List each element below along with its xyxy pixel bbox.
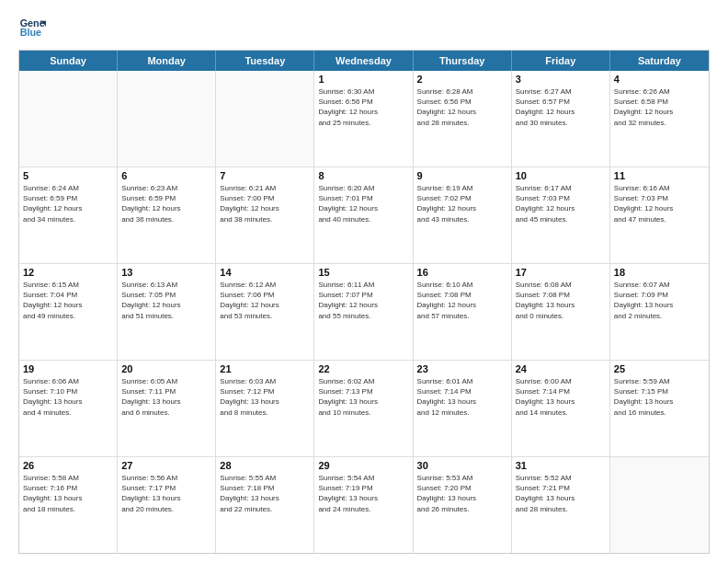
day-number: 31 xyxy=(516,460,606,471)
cell-info: Sunrise: 6:05 AM Sunset: 7:11 PM Dayligh… xyxy=(121,376,211,418)
calendar-cell: 27Sunrise: 5:56 AM Sunset: 7:17 PM Dayli… xyxy=(118,457,216,553)
weekday-header: Thursday xyxy=(414,51,512,71)
day-number: 6 xyxy=(121,170,211,181)
day-number: 5 xyxy=(23,170,113,181)
day-number: 14 xyxy=(220,267,310,278)
cell-info: Sunrise: 6:02 AM Sunset: 7:13 PM Dayligh… xyxy=(318,376,408,418)
calendar-cell: 25Sunrise: 5:59 AM Sunset: 7:15 PM Dayli… xyxy=(610,361,709,456)
day-number: 19 xyxy=(23,363,113,374)
cell-info: Sunrise: 5:59 AM Sunset: 7:15 PM Dayligh… xyxy=(614,376,705,418)
day-number: 26 xyxy=(23,460,113,471)
weekday-header: Monday xyxy=(118,51,216,71)
calendar-row: 1Sunrise: 6:30 AM Sunset: 6:56 PM Daylig… xyxy=(19,71,709,167)
cell-info: Sunrise: 5:53 AM Sunset: 7:20 PM Dayligh… xyxy=(417,473,507,514)
cell-info: Sunrise: 6:24 AM Sunset: 6:59 PM Dayligh… xyxy=(23,183,113,224)
day-number: 29 xyxy=(318,460,408,471)
weekday-header: Wednesday xyxy=(314,51,413,71)
calendar-row: 19Sunrise: 6:06 AM Sunset: 7:10 PM Dayli… xyxy=(19,361,709,457)
day-number: 9 xyxy=(417,170,507,181)
cell-info: Sunrise: 5:54 AM Sunset: 7:19 PM Dayligh… xyxy=(318,473,408,514)
cell-info: Sunrise: 5:52 AM Sunset: 7:21 PM Dayligh… xyxy=(516,473,606,514)
svg-text:Blue: Blue xyxy=(20,27,41,38)
cell-info: Sunrise: 6:23 AM Sunset: 6:59 PM Dayligh… xyxy=(121,183,211,224)
calendar-cell: 13Sunrise: 6:13 AM Sunset: 7:05 PM Dayli… xyxy=(118,264,216,360)
calendar-cell: 16Sunrise: 6:10 AM Sunset: 7:08 PM Dayli… xyxy=(414,264,512,360)
calendar-cell xyxy=(610,457,709,553)
calendar-cell: 19Sunrise: 6:06 AM Sunset: 7:10 PM Dayli… xyxy=(19,361,118,456)
logo: General Blue xyxy=(18,15,46,42)
calendar-cell: 5Sunrise: 6:24 AM Sunset: 6:59 PM Daylig… xyxy=(19,167,118,263)
day-number: 17 xyxy=(516,267,606,278)
calendar: SundayMondayTuesdayWednesdayThursdayFrid… xyxy=(18,50,710,554)
day-number: 4 xyxy=(614,74,705,85)
weekday-header: Saturday xyxy=(610,51,709,71)
cell-info: Sunrise: 6:17 AM Sunset: 7:03 PM Dayligh… xyxy=(516,183,606,224)
day-number: 30 xyxy=(417,460,507,471)
calendar-cell: 17Sunrise: 6:08 AM Sunset: 7:08 PM Dayli… xyxy=(512,264,610,360)
calendar-cell xyxy=(216,71,314,167)
day-number: 15 xyxy=(318,267,408,278)
cell-info: Sunrise: 6:11 AM Sunset: 7:07 PM Dayligh… xyxy=(318,280,408,321)
cell-info: Sunrise: 6:16 AM Sunset: 7:03 PM Dayligh… xyxy=(614,183,705,224)
cell-info: Sunrise: 6:13 AM Sunset: 7:05 PM Dayligh… xyxy=(121,280,211,321)
calendar-cell: 26Sunrise: 5:58 AM Sunset: 7:16 PM Dayli… xyxy=(19,457,118,553)
calendar-cell: 31Sunrise: 5:52 AM Sunset: 7:21 PM Dayli… xyxy=(512,457,610,553)
calendar-cell: 9Sunrise: 6:19 AM Sunset: 7:02 PM Daylig… xyxy=(414,167,512,263)
day-number: 23 xyxy=(417,363,507,374)
calendar-cell: 11Sunrise: 6:16 AM Sunset: 7:03 PM Dayli… xyxy=(610,167,709,263)
day-number: 22 xyxy=(318,363,408,374)
cell-info: Sunrise: 6:27 AM Sunset: 6:57 PM Dayligh… xyxy=(516,86,606,128)
calendar-row: 26Sunrise: 5:58 AM Sunset: 7:16 PM Dayli… xyxy=(19,457,709,553)
cell-info: Sunrise: 6:03 AM Sunset: 7:12 PM Dayligh… xyxy=(220,376,310,418)
cell-info: Sunrise: 6:06 AM Sunset: 7:10 PM Dayligh… xyxy=(23,376,113,418)
calendar-header: SundayMondayTuesdayWednesdayThursdayFrid… xyxy=(19,51,709,71)
cell-info: Sunrise: 6:01 AM Sunset: 7:14 PM Dayligh… xyxy=(417,376,507,418)
cell-info: Sunrise: 6:28 AM Sunset: 6:56 PM Dayligh… xyxy=(417,86,507,128)
cell-info: Sunrise: 6:21 AM Sunset: 7:00 PM Dayligh… xyxy=(220,183,310,224)
calendar-cell: 12Sunrise: 6:15 AM Sunset: 7:04 PM Dayli… xyxy=(19,264,118,360)
day-number: 11 xyxy=(614,170,705,181)
day-number: 21 xyxy=(220,363,310,374)
day-number: 16 xyxy=(417,267,507,278)
cell-info: Sunrise: 6:20 AM Sunset: 7:01 PM Dayligh… xyxy=(318,183,408,224)
cell-info: Sunrise: 6:26 AM Sunset: 6:58 PM Dayligh… xyxy=(614,86,705,128)
calendar-cell: 20Sunrise: 6:05 AM Sunset: 7:11 PM Dayli… xyxy=(118,361,216,456)
weekday-header: Sunday xyxy=(19,51,118,71)
day-number: 18 xyxy=(614,267,705,278)
day-number: 13 xyxy=(121,267,211,278)
calendar-cell: 23Sunrise: 6:01 AM Sunset: 7:14 PM Dayli… xyxy=(414,361,512,456)
calendar-row: 5Sunrise: 6:24 AM Sunset: 6:59 PM Daylig… xyxy=(19,167,709,264)
calendar-cell: 21Sunrise: 6:03 AM Sunset: 7:12 PM Dayli… xyxy=(216,361,314,456)
cell-info: Sunrise: 6:19 AM Sunset: 7:02 PM Dayligh… xyxy=(417,183,507,224)
day-number: 28 xyxy=(220,460,310,471)
calendar-cell: 28Sunrise: 5:55 AM Sunset: 7:18 PM Dayli… xyxy=(216,457,314,553)
cell-info: Sunrise: 6:15 AM Sunset: 7:04 PM Dayligh… xyxy=(23,280,113,321)
calendar-cell: 10Sunrise: 6:17 AM Sunset: 7:03 PM Dayli… xyxy=(512,167,610,263)
calendar-row: 12Sunrise: 6:15 AM Sunset: 7:04 PM Dayli… xyxy=(19,264,709,361)
calendar-cell: 8Sunrise: 6:20 AM Sunset: 7:01 PM Daylig… xyxy=(314,167,413,263)
logo-icon: General Blue xyxy=(18,15,46,42)
calendar-cell: 29Sunrise: 5:54 AM Sunset: 7:19 PM Dayli… xyxy=(314,457,413,553)
calendar-body: 1Sunrise: 6:30 AM Sunset: 6:56 PM Daylig… xyxy=(19,71,709,553)
calendar-cell: 6Sunrise: 6:23 AM Sunset: 6:59 PM Daylig… xyxy=(118,167,216,263)
day-number: 1 xyxy=(318,74,408,85)
calendar-cell: 30Sunrise: 5:53 AM Sunset: 7:20 PM Dayli… xyxy=(414,457,512,553)
day-number: 27 xyxy=(121,460,211,471)
cell-info: Sunrise: 5:55 AM Sunset: 7:18 PM Dayligh… xyxy=(220,473,310,514)
day-number: 8 xyxy=(318,170,408,181)
cell-info: Sunrise: 5:56 AM Sunset: 7:17 PM Dayligh… xyxy=(121,473,211,514)
cell-info: Sunrise: 5:58 AM Sunset: 7:16 PM Dayligh… xyxy=(23,473,113,514)
calendar-cell xyxy=(118,71,216,167)
weekday-header: Tuesday xyxy=(216,51,314,71)
day-number: 20 xyxy=(121,363,211,374)
calendar-cell: 2Sunrise: 6:28 AM Sunset: 6:56 PM Daylig… xyxy=(414,71,512,167)
day-number: 25 xyxy=(614,363,705,374)
cell-info: Sunrise: 6:07 AM Sunset: 7:09 PM Dayligh… xyxy=(614,280,705,321)
calendar-cell: 3Sunrise: 6:27 AM Sunset: 6:57 PM Daylig… xyxy=(512,71,610,167)
calendar-cell: 22Sunrise: 6:02 AM Sunset: 7:13 PM Dayli… xyxy=(314,361,413,456)
day-number: 7 xyxy=(220,170,310,181)
cell-info: Sunrise: 6:10 AM Sunset: 7:08 PM Dayligh… xyxy=(417,280,507,321)
calendar-cell: 1Sunrise: 6:30 AM Sunset: 6:56 PM Daylig… xyxy=(314,71,413,167)
cell-info: Sunrise: 6:08 AM Sunset: 7:08 PM Dayligh… xyxy=(516,280,606,321)
weekday-header: Friday xyxy=(512,51,610,71)
